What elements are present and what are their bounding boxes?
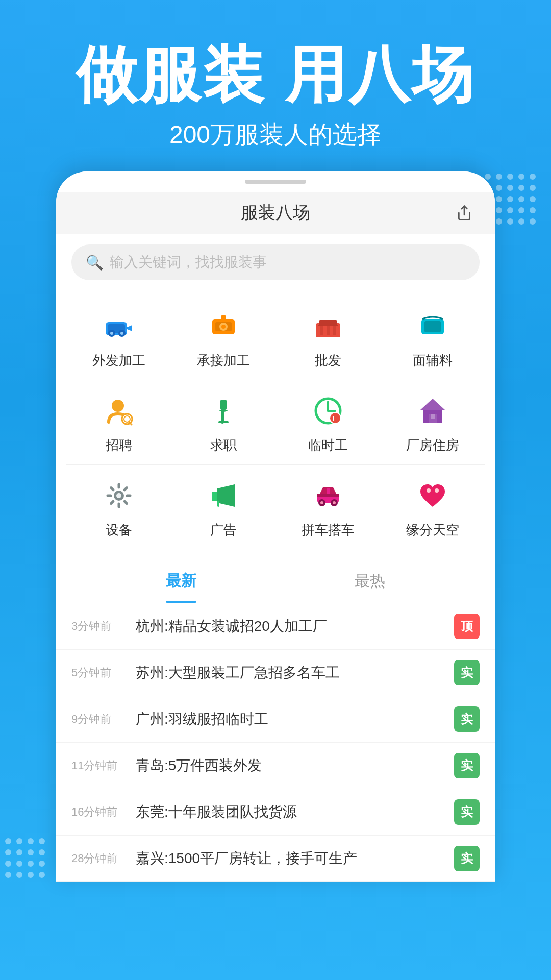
zhaopin-icon: [98, 390, 139, 431]
svg-point-46: [435, 488, 439, 493]
category-item-zhaopin[interactable]: 招聘: [78, 390, 160, 454]
svg-text:!: !: [332, 414, 335, 423]
post-badge-5: 实: [454, 846, 480, 871]
category-item-linshigong[interactable]: ! 临时工: [287, 390, 369, 454]
post-title-0: 杭州:精品女装诚招20人加工厂: [136, 617, 446, 636]
svg-point-6: [120, 332, 123, 335]
svg-rect-44: [327, 488, 330, 494]
qiuzhi-icon: [203, 390, 244, 431]
svg-rect-16: [327, 325, 330, 335]
search-input-placeholder: 输入关键词，找找服装事: [110, 253, 267, 272]
svg-rect-24: [220, 400, 227, 410]
search-icon: 🔍: [86, 254, 104, 271]
guanggao-label: 广告: [210, 521, 237, 539]
linshigong-icon: !: [308, 390, 348, 431]
guanggao-icon: [203, 475, 244, 516]
tab-zuixin[interactable]: 最新: [87, 559, 276, 603]
svg-marker-31: [420, 399, 445, 410]
svg-rect-17: [333, 325, 336, 335]
svg-rect-34: [431, 414, 435, 419]
post-item-1[interactable]: 5分钟前 苏州:大型服装工厂急招多名车工 实: [56, 650, 495, 696]
category-item-yuanfen[interactable]: 缘分天空: [392, 475, 473, 539]
tab-zuire[interactable]: 最热: [276, 559, 464, 603]
phone-mockup: 服装八场 🔍 输入关键词，找找服装事: [56, 172, 495, 882]
share-button[interactable]: [454, 203, 474, 223]
dots-decoration-left: [5, 838, 45, 878]
category-item-qiuzhi[interactable]: 求职: [183, 390, 264, 454]
app-title: 服装八场: [97, 201, 454, 225]
post-title-4: 东莞:十年服装团队找货源: [136, 802, 446, 822]
svg-point-29: [330, 413, 340, 423]
pifa-icon: [308, 306, 348, 347]
svg-rect-37: [217, 501, 219, 507]
mianfuliao-label: 面辅料: [413, 352, 453, 370]
chengjie-icon: [203, 306, 244, 347]
yuanfen-label: 缘分天空: [406, 521, 459, 539]
category-row-0: 外发加工 承接加工: [56, 296, 495, 380]
app-header: 服装八场: [56, 192, 495, 234]
category-grid: 外发加工 承接加工: [56, 290, 495, 559]
post-badge-1: 实: [454, 660, 480, 685]
hero-title: 做服装 用八场: [31, 41, 520, 108]
search-bar-wrap: 🔍 输入关键词，找找服装事: [56, 234, 495, 290]
post-title-3: 青岛:5万件西装外发: [136, 756, 446, 775]
post-time-5: 28分钟前: [71, 851, 128, 866]
changfang-label: 厂房住房: [406, 436, 459, 454]
svg-point-20: [112, 400, 124, 412]
waifa-label: 外发加工: [92, 352, 145, 370]
category-item-pinche[interactable]: 拼车搭车: [287, 475, 369, 539]
category-row-1: 招聘 求职: [56, 380, 495, 464]
search-bar[interactable]: 🔍 输入关键词，找找服装事: [71, 244, 480, 280]
hero-subtitle: 200万服装人的选择: [31, 118, 520, 151]
post-time-1: 5分钟前: [71, 665, 128, 680]
svg-rect-11: [221, 315, 226, 320]
post-item-3[interactable]: 11分钟前 青岛:5万件西装外发 实: [56, 743, 495, 789]
phone-notch-bar: [56, 172, 495, 192]
post-item-5[interactable]: 28分钟前 嘉兴:1500平厂房转让，接手可生产 实: [56, 836, 495, 882]
svg-rect-39: [317, 494, 339, 497]
category-item-guanggao[interactable]: 广告: [183, 475, 264, 539]
shebei-label: 设备: [106, 521, 132, 539]
post-title-5: 嘉兴:1500平厂房转让，接手可生产: [136, 849, 446, 868]
pinche-icon: [308, 475, 348, 516]
mianfuliao-icon: [412, 306, 453, 347]
post-item-2[interactable]: 9分钟前 广州:羽绒服招临时工 实: [56, 696, 495, 743]
yuanfen-icon: [412, 475, 453, 516]
post-title-2: 广州:羽绒服招临时工: [136, 709, 446, 729]
svg-point-4: [110, 332, 113, 335]
pifa-label: 批发: [315, 352, 341, 370]
post-time-4: 16分钟前: [71, 804, 128, 820]
svg-point-45: [427, 488, 431, 493]
share-icon: [456, 205, 472, 221]
tabs-row: 最新 最热: [56, 559, 495, 603]
linshigong-label: 临时工: [308, 436, 348, 454]
phone-notch: [245, 180, 306, 184]
svg-rect-19: [424, 321, 441, 332]
post-badge-2: 实: [454, 706, 480, 732]
post-time-3: 11分钟前: [71, 758, 128, 773]
category-item-shebei[interactable]: 设备: [78, 475, 160, 539]
pinche-label: 拼车搭车: [302, 521, 355, 539]
category-item-chengjie[interactable]: 承接加工: [183, 306, 264, 370]
svg-rect-13: [319, 320, 337, 325]
post-badge-4: 实: [454, 799, 480, 825]
post-time-2: 9分钟前: [71, 712, 128, 727]
post-list: 3分钟前 杭州:精品女装诚招20人加工厂 顶 5分钟前 苏州:大型服装工厂急招多…: [56, 603, 495, 882]
category-item-pifa[interactable]: 批发: [287, 306, 369, 370]
svg-point-41: [320, 501, 323, 504]
shebei-icon: [98, 475, 139, 516]
category-item-waifa[interactable]: 外发加工: [78, 306, 160, 370]
chengjie-label: 承接加工: [197, 352, 250, 370]
post-item-4[interactable]: 16分钟前 东莞:十年服装团队找货源 实: [56, 789, 495, 836]
category-row-2: 设备 广告: [56, 465, 495, 549]
svg-point-36: [116, 493, 121, 498]
category-item-changfang[interactable]: 厂房住房: [392, 390, 473, 454]
changfang-icon: [412, 390, 453, 431]
svg-point-10: [221, 325, 226, 329]
zhaopin-label: 招聘: [106, 436, 132, 454]
svg-point-43: [333, 501, 336, 504]
post-item-0[interactable]: 3分钟前 杭州:精品女装诚招20人加工厂 顶: [56, 603, 495, 650]
post-title-1: 苏州:大型服装工厂急招多名车工: [136, 663, 446, 682]
post-badge-3: 实: [454, 753, 480, 778]
category-item-mianfuliao[interactable]: 面辅料: [392, 306, 473, 370]
